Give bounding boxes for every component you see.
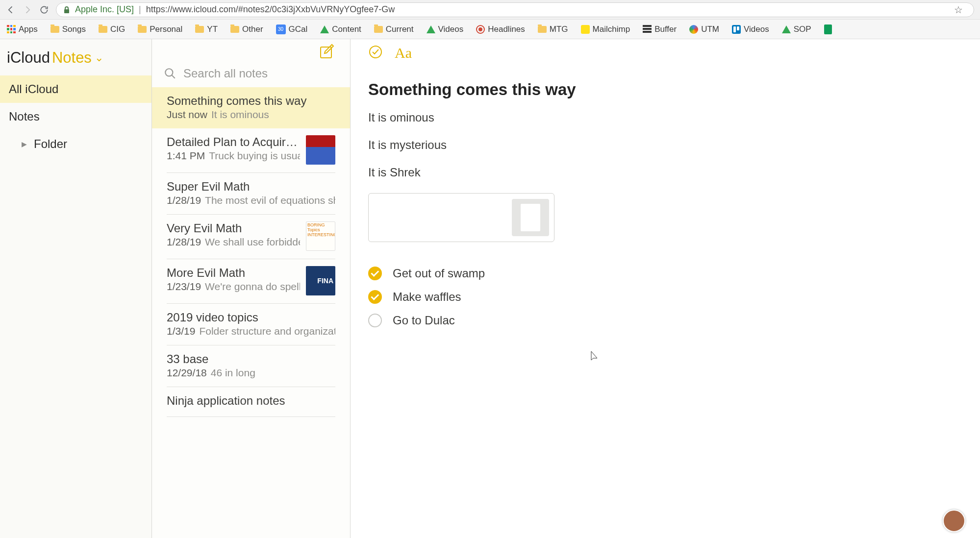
folder-icon — [50, 26, 59, 33]
svg-point-3 — [370, 46, 381, 58]
checkbox-icon[interactable] — [368, 314, 382, 327]
checkbox-icon[interactable] — [368, 267, 382, 280]
note-row-time: 1:41 PM — [167, 150, 205, 162]
app-title[interactable]: iCloud Notes ⌄ — [0, 39, 151, 75]
search-field[interactable]: Search all notes — [152, 67, 350, 87]
note-row-title: Detailed Plan to Acquire a F… — [167, 135, 300, 149]
bookmark-content[interactable]: Content — [320, 24, 361, 34]
checklist-button[interactable] — [368, 45, 383, 61]
bookmark-headlines[interactable]: Headlines — [476, 24, 525, 34]
user-avatar[interactable] — [943, 510, 965, 532]
attachment-placeholder[interactable] — [368, 193, 554, 242]
bookmark-videos[interactable]: Videos — [427, 24, 464, 34]
back-button[interactable] — [6, 5, 16, 15]
calendar-icon: 30 — [276, 24, 286, 34]
drive-icon — [427, 25, 435, 33]
reload-button[interactable] — [39, 5, 49, 15]
checklist-item[interactable]: Get out of swamp — [368, 267, 962, 280]
sidebar-item-notes[interactable]: Notes — [0, 103, 151, 130]
note-row[interactable]: Detailed Plan to Acquire a F…1:41 PMTruc… — [167, 128, 335, 173]
note-row[interactable]: 33 base12/29/1846 in long — [167, 345, 335, 387]
sheets-icon[interactable] — [824, 24, 832, 34]
note-row-title: 33 base — [167, 352, 335, 366]
bookmark-cig[interactable]: CIG — [99, 24, 125, 34]
bookmark-songs[interactable]: Songs — [50, 24, 86, 34]
folders-sidebar: iCloud Notes ⌄ All iCloud Notes ▶ Folder — [0, 39, 152, 538]
checklist-label: Get out of swamp — [393, 267, 485, 280]
note-row-title: Ninja application notes — [167, 394, 335, 408]
note-title[interactable]: Something comes this way — [368, 80, 962, 99]
bookmark-personal[interactable]: Personal — [138, 24, 182, 34]
notes-list-panel: Search all notes Something comes this wa… — [152, 39, 351, 538]
note-row-title: Something comes this way — [167, 94, 335, 108]
note-row[interactable]: 2019 video topics1/3/19Folder structure … — [167, 304, 335, 345]
bookmark-utm[interactable]: UTM — [689, 24, 719, 34]
note-row-preview: We shall use forbidden … — [205, 236, 300, 248]
note-row-time: 1/3/19 — [167, 325, 195, 337]
note-row-title: More Evil Math — [167, 266, 300, 280]
bookmark-videos[interactable]: Videos — [732, 24, 769, 34]
bookmark-apps[interactable]: Apps — [7, 24, 38, 34]
note-row-preview: It is ominous — [211, 109, 269, 121]
note-row[interactable]: More Evil Math1/23/19We're gonna do spel… — [167, 259, 335, 304]
bookmark-sop[interactable]: SOP — [782, 24, 811, 34]
note-row[interactable]: Something comes this wayJust nowIt is om… — [152, 87, 350, 128]
drive-icon — [320, 25, 329, 33]
note-row-title: 2019 video topics — [167, 311, 335, 324]
checkbox-icon[interactable] — [368, 290, 382, 304]
checklist-label: Make waffles — [393, 290, 461, 304]
note-row-time: 12/29/18 — [167, 367, 207, 379]
svg-rect-0 — [64, 9, 69, 13]
note-paragraph[interactable]: It is Shrek — [368, 166, 962, 179]
bookmark-star-icon[interactable]: ☆ — [954, 4, 963, 16]
note-row-title: Very Evil Math — [167, 221, 300, 235]
note-row[interactable]: Very Evil Math1/28/19We shall use forbid… — [167, 215, 335, 259]
bookmark-buffer[interactable]: Buffer — [643, 24, 677, 34]
sidebar-item-folder[interactable]: ▶ Folder — [0, 130, 151, 158]
address-bar[interactable]: Apple Inc. [US] | https://www.icloud.com… — [56, 2, 974, 17]
note-editor[interactable]: Aa Something comes this way It is ominou… — [351, 39, 980, 538]
buffer-icon — [643, 25, 652, 34]
lock-icon — [63, 6, 70, 14]
url-text: https://www.icloud.com/#notes2/0c3i3jXxb… — [146, 4, 395, 15]
note-row-preview: 46 in long — [211, 367, 255, 379]
bookmark-current[interactable]: Current — [374, 24, 414, 34]
bookmark-mailchimp[interactable]: Mailchimp — [581, 24, 630, 34]
checklist-item[interactable]: Make waffles — [368, 290, 962, 304]
note-row-time: 1/23/19 — [167, 281, 201, 293]
checklist-item[interactable]: Go to Dulac — [368, 314, 962, 327]
checklist-label: Go to Dulac — [393, 314, 455, 327]
note-row-preview: We're gonna do spells, … — [205, 281, 300, 293]
bookmark-mtg[interactable]: MTG — [538, 24, 568, 34]
file-icon — [512, 199, 549, 236]
note-row-time: Just now — [167, 109, 207, 121]
note-paragraph[interactable]: It is mysterious — [368, 138, 962, 152]
search-icon — [164, 67, 176, 80]
apps-icon — [7, 25, 16, 34]
note-row-preview: Truck buying is usually … — [209, 150, 300, 162]
note-row-time: 1/28/19 — [167, 195, 201, 206]
mailchimp-icon — [581, 25, 590, 34]
note-row[interactable]: Ninja application notes — [167, 387, 335, 417]
bookmark-other[interactable]: Other — [230, 24, 263, 34]
trello-icon — [732, 25, 741, 34]
compose-note-button[interactable] — [319, 43, 336, 63]
utm-icon — [689, 25, 698, 34]
text-style-button[interactable]: Aa — [395, 45, 412, 61]
note-thumbnail — [306, 221, 335, 251]
svg-rect-1 — [321, 47, 331, 58]
note-row[interactable]: Super Evil Math1/28/19The most evil of e… — [167, 173, 335, 215]
search-placeholder: Search all notes — [183, 67, 268, 80]
folder-icon — [230, 26, 239, 33]
sidebar-item-all-icloud[interactable]: All iCloud — [0, 75, 151, 103]
forward-button[interactable] — [23, 5, 32, 15]
bookmark-gcal[interactable]: 30GCal — [276, 24, 308, 34]
target-icon — [476, 25, 485, 34]
bookmark-yt[interactable]: YT — [195, 24, 218, 34]
svg-point-2 — [165, 69, 173, 76]
note-paragraph[interactable]: It is ominous — [368, 111, 962, 124]
drive-icon — [782, 25, 791, 33]
site-identity: Apple Inc. [US] — [75, 4, 134, 15]
note-row-preview: The most evil of equations shal… — [205, 195, 335, 206]
folder-icon — [99, 26, 107, 33]
